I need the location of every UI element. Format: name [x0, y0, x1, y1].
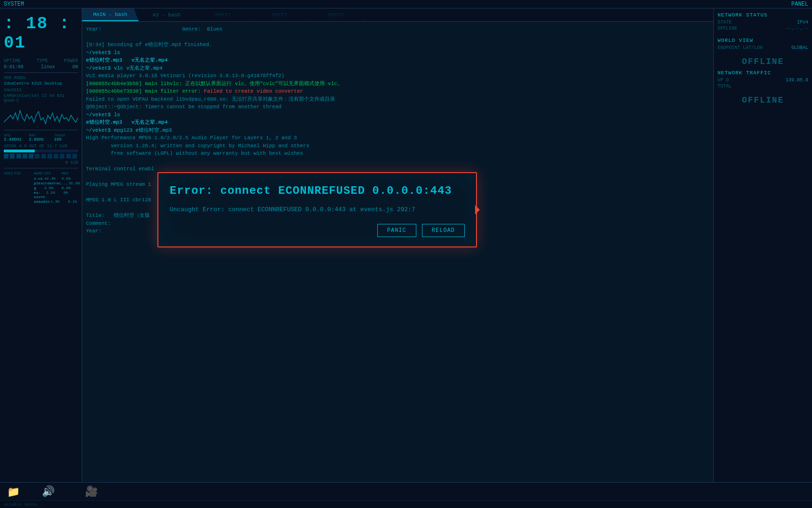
divider-1 [4, 72, 78, 73]
left-sidebar: : 18 : 01 UPTIME TYPE POWER 0:01:06 linu… [0, 8, 82, 482]
stats-grid: SPD 2.48GHz MAX 2.6GHz TASKS 199 [4, 133, 78, 142]
type-label: TYPE [37, 58, 48, 64]
term-line-14: High Performance MPEG 1.0/2.0/2.5 Audio … [86, 134, 710, 142]
system-label: SYSTEM [4, 1, 24, 8]
network-status-section: NETWORK STATUS STATE IPv4 OFFLINE --,--,… [718, 12, 808, 31]
uptime-label: UPTIME [4, 58, 21, 64]
spd-label: SPD [4, 133, 28, 137]
global-row: ENDPOINT LAT/LON GLOBAL [718, 45, 808, 50]
main-area: MAIN - bash #2 - bash EMPTY EMPTY EMPTY … [82, 8, 713, 482]
network-status-title: NETWORK STATUS [718, 12, 808, 18]
tab-main-bash[interactable]: MAIN - bash [82, 8, 139, 21]
sysinfo-row-1: UPTIME TYPE POWER [4, 58, 78, 64]
audio-icon: 🔊 [40, 485, 55, 498]
term-line-12: e错位时空.mp3 v无名之辈.mp4 [86, 119, 710, 127]
term-line-3: ~/veket$ ls [86, 49, 710, 57]
tab-empty-2[interactable]: EMPTY [251, 8, 308, 21]
uptime-value: 0:01:06 [4, 64, 23, 70]
proc-row-3: g 3.9% 0.8% [4, 186, 78, 190]
divider-2 [4, 130, 78, 130]
network-traffic-title: NETWORK TRAFFIC [718, 70, 808, 76]
term-line-7: [000055c4bb4e3b50] main libvlc: 正在以默认界面运… [86, 80, 710, 88]
right-panel: NETWORK STATUS STATE IPv4 OFFLINE --,--,… [713, 8, 812, 482]
status-text: ailable space... [4, 502, 44, 507]
offline-label-1: OFFLINE [718, 26, 737, 31]
state-label: STATE [718, 20, 732, 25]
cpu-waveform [4, 106, 78, 127]
error-message: Uncaught Error: connect ECONNREFUSED 0.0… [170, 205, 465, 214]
power-label: POWER [64, 58, 78, 64]
video-icon: 🎥 [84, 485, 99, 498]
offline-row-1: OFFLINE --,--,-- [718, 26, 808, 31]
global-label: GLOBAL [791, 45, 808, 50]
term-line-9: Failed to open VDPAU backend libvdpau_r6… [86, 95, 710, 103]
type-value: linux [41, 64, 55, 70]
world-view-section: WORLD VIEW ENDPOINT LAT/LON GLOBAL [718, 38, 808, 50]
endpoint-label: ENDPOINT LAT/LON [718, 45, 763, 50]
proc-row-2: plescreenrec... 35.6% 3.6% [4, 181, 78, 185]
term-line-15: version 1.26.4; written and copyright by… [86, 142, 710, 150]
tab-bar: MAIN - bash #2 - bash EMPTY EMPTY EMPTY [82, 8, 713, 22]
model-label: SER MODEL [4, 76, 78, 80]
status-bar: ailable space... [0, 500, 812, 508]
mem-bar-track [4, 150, 78, 152]
reload-button[interactable]: RELOAD [422, 224, 465, 237]
traffic-row-total: TOTAL [718, 84, 808, 89]
proc-header: SSES PID NAME CPU MEM [4, 171, 78, 175]
term-line-10: QObject::~QObject: Timers cannot be stop… [86, 103, 710, 111]
term-line-2: [0:34] Decoding of e错位时空.mp3 finished. [86, 41, 710, 49]
state-value: IPv4 [797, 20, 808, 25]
total-label: TOTAL [718, 84, 732, 89]
mem-label: USING 4.9 OUT OF 11.7 GiB [4, 144, 78, 149]
panel-label: PANEL [791, 1, 808, 8]
term-line-8: [000055c4bbe73530] main filter error: Fa… [86, 87, 710, 95]
max-value: 2.6GHz [29, 137, 53, 142]
offline-dashes: --,--,-- [786, 26, 808, 31]
term-line-6: VLC media player 3.0.16 Vetinari (revisi… [86, 72, 710, 80]
power-value: ON [72, 64, 78, 70]
term-line-1: Year: Genre: Blues [86, 25, 710, 33]
top-bar: SYSTEM PANEL [0, 0, 812, 8]
terminal-content[interactable]: Year: Genre: Blues [0:34] Decoding of e错… [82, 22, 713, 482]
tab-empty-3[interactable]: EMPTY [308, 8, 364, 21]
mem-bar-fill [4, 150, 35, 152]
up-label: UP D [718, 78, 729, 83]
term-line-16: free software (LGPL) without any warrant… [86, 150, 710, 158]
sysinfo-row-2: 0:01:06 linux ON [4, 64, 78, 70]
traffic-row-1: UP D 139.05.0 [718, 78, 808, 83]
world-view-title: WORLD VIEW [718, 38, 808, 43]
tab-2-bash[interactable]: #2 - bash [139, 8, 195, 21]
divider-3 [4, 168, 78, 168]
offline-badge-2: OFFLINE [718, 95, 808, 105]
clock-display: : 18 : 01 [4, 14, 78, 53]
spd-value: 2.48GHz [4, 137, 28, 142]
tasks-label: TASKS [54, 133, 78, 137]
cpu-label: CAMOAthlon(tm) II X4 B31 Quad-C [4, 94, 78, 103]
term-line-4: e错位时空.mp3 v无名之辈.mp4 [86, 56, 710, 64]
proc-row-5: seaudio 1.3% 0.1% [4, 199, 78, 204]
traffic-value-1: 139.05.0 [786, 78, 808, 83]
storage-info: 0 GiB [4, 160, 78, 165]
max-label: MAX [29, 133, 53, 137]
error-modal: Error: connect ECONNREFUSED 0.0.0.0:443 … [157, 172, 477, 247]
model-value: IdeaCentre K315 Desktop [4, 81, 78, 86]
mem-dots [4, 154, 78, 159]
proc-row-1: x-ui 42.4% 8.6% [4, 176, 78, 181]
tab-empty-1[interactable]: EMPTY [195, 8, 251, 21]
folder-icon: 📁 [6, 486, 21, 499]
tasks-value: 199 [54, 137, 78, 142]
mem-usage: USING 4.9 OUT OF 11.7 GiB [4, 144, 78, 159]
proc-row-4: ex-uivvv 2.1% 0% [4, 190, 78, 199]
offline-badge-1: OFFLINE [718, 57, 808, 66]
term-line-5: ~/veket$ vlc v无名之辈.mp4 [86, 64, 710, 72]
error-buttons: PANIC RELOAD [170, 224, 465, 237]
network-traffic-section: NETWORK TRAFFIC UP D 139.05.0 TOTAL [718, 70, 808, 89]
state-row: STATE IPv4 [718, 20, 808, 25]
panic-button[interactable]: PANIC [377, 224, 416, 237]
chassis-label: CHASSIS [4, 88, 78, 93]
error-title: Error: connect ECONNREFUSED 0.0.0.0:443 [170, 183, 465, 199]
term-line-11: ~/veket$ ls [86, 111, 710, 119]
term-line-13: ~/veket$ mpg123 e错位时空.mp3 [86, 127, 710, 135]
